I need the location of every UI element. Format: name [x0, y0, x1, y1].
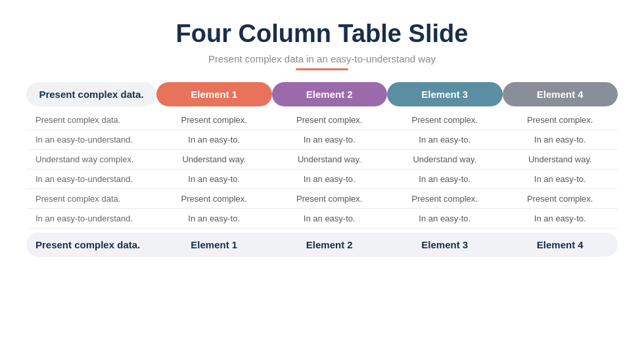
- table-row: In an easy-to-understand.In an easy-to.I…: [26, 130, 618, 150]
- cell-r1-c3: In an easy-to.: [387, 130, 503, 150]
- table-row: Understand way complex.Understand way.Un…: [26, 150, 618, 170]
- footer-col1: Element 1: [156, 233, 272, 257]
- cell-r1-c4: In an easy-to.: [503, 130, 618, 150]
- cell-r5-c1: In an easy-to.: [156, 209, 272, 229]
- table-header-row: Present complex data. Element 1 Element …: [26, 82, 618, 106]
- table-row: Present complex data.Present complex.Pre…: [26, 110, 618, 130]
- cell-r5-c3: In an easy-to.: [387, 209, 503, 229]
- cell-r0-c0: Present complex data.: [26, 110, 156, 130]
- footer-col4: Element 4: [503, 233, 618, 257]
- cell-r5-c0: In an easy-to-understand.: [26, 209, 156, 229]
- cell-r3-c2: In an easy-to.: [272, 170, 388, 189]
- header-col1: Element 1: [156, 82, 272, 106]
- cell-r4-c3: Present complex.: [387, 189, 503, 209]
- cell-r2-c0: Understand way complex.: [26, 150, 156, 170]
- cell-r0-c2: Present complex.: [272, 110, 388, 130]
- footer-col2: Element 2: [272, 233, 388, 257]
- cell-r3-c3: In an easy-to.: [387, 170, 503, 189]
- title-divider: [296, 68, 348, 70]
- cell-r2-c2: Understand way.: [272, 150, 388, 170]
- footer-col0: Present complex data.: [26, 233, 156, 257]
- cell-r4-c1: Present complex.: [156, 189, 272, 209]
- main-table: Present complex data. Element 1 Element …: [26, 82, 618, 257]
- cell-r5-c2: In an easy-to.: [272, 209, 388, 229]
- table-row: Present complex data.Present complex.Pre…: [26, 189, 618, 209]
- header-col0: Present complex data.: [26, 82, 156, 106]
- cell-r1-c2: In an easy-to.: [272, 130, 388, 150]
- page: Four Column Table Slide Present complex …: [0, 0, 644, 362]
- table-body: Present complex data.Present complex.Pre…: [26, 110, 618, 257]
- cell-r2-c4: Understand way.: [503, 150, 618, 170]
- table-footer-row: Present complex data.Element 1Element 2E…: [26, 233, 618, 257]
- table-container: Present complex data. Element 1 Element …: [26, 82, 618, 257]
- cell-r3-c4: In an easy-to.: [503, 170, 618, 189]
- cell-r3-c1: In an easy-to.: [156, 170, 272, 189]
- cell-r0-c1: Present complex.: [156, 110, 272, 130]
- cell-r0-c4: Present complex.: [503, 110, 618, 130]
- header-col4: Element 4: [503, 82, 618, 106]
- cell-r1-c1: In an easy-to.: [156, 130, 272, 150]
- header-col2: Element 2: [272, 82, 388, 106]
- cell-r4-c0: Present complex data.: [26, 189, 156, 209]
- cell-r1-c0: In an easy-to-understand.: [26, 130, 156, 150]
- page-title: Four Column Table Slide: [176, 20, 469, 48]
- cell-r2-c3: Understand way.: [387, 150, 503, 170]
- cell-r4-c2: Present complex.: [272, 189, 388, 209]
- page-subtitle: Present complex data in an easy-to-under…: [208, 53, 436, 64]
- cell-r5-c4: In an easy-to.: [503, 209, 618, 229]
- header-col3: Element 3: [387, 82, 503, 106]
- table-row: In an easy-to-understand.In an easy-to.I…: [26, 209, 618, 229]
- cell-r0-c3: Present complex.: [387, 110, 503, 130]
- table-row: In an easy-to-understand.In an easy-to.I…: [26, 170, 618, 189]
- cell-r2-c1: Understand way.: [156, 150, 272, 170]
- footer-col3: Element 3: [387, 233, 503, 257]
- cell-r4-c4: Present complex.: [503, 189, 618, 209]
- cell-r3-c0: In an easy-to-understand.: [26, 170, 156, 189]
